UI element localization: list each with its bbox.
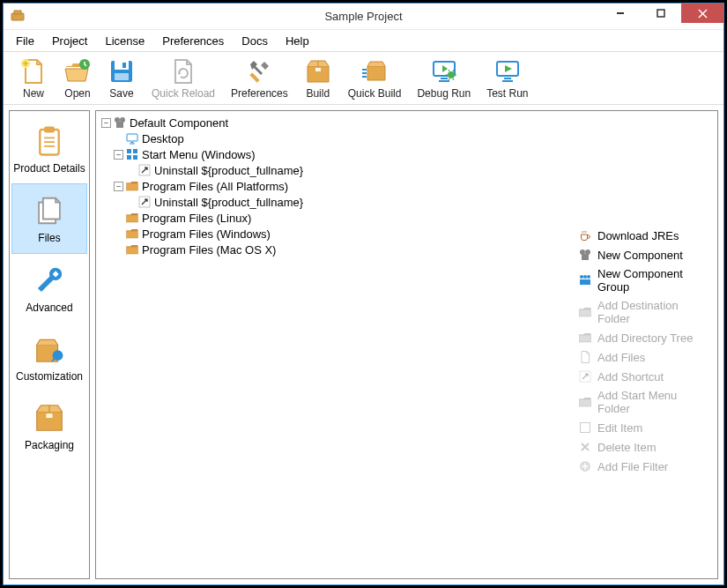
tree-label: Start Menu (Windows) (142, 148, 256, 161)
svg-rect-46 (580, 335, 591, 342)
toolbar-label: Open (64, 87, 90, 100)
menu-license[interactable]: License (98, 33, 152, 49)
svg-rect-44 (580, 279, 590, 285)
reload-icon (169, 57, 197, 86)
main-panel: −Default ComponentDesktop−Start Menu (Wi… (95, 110, 718, 579)
doc-gray-icon (578, 350, 592, 364)
sidebar-item-label: Files (38, 232, 60, 244)
svg-rect-9 (115, 61, 129, 70)
svg-rect-40 (582, 257, 589, 260)
tree-node[interactable]: −Start Menu (Windows) (101, 146, 568, 162)
action-label: Edit Item (597, 421, 642, 435)
action-label: Add Shortcut (597, 370, 664, 383)
sidebar-item-files[interactable]: Files (11, 183, 87, 254)
svg-rect-12 (250, 72, 260, 82)
action-label: Add File Filter (597, 460, 668, 473)
tree-expander-icon[interactable]: − (114, 182, 123, 191)
open-button[interactable]: Open (63, 57, 92, 100)
menu-help[interactable]: Help (278, 33, 316, 49)
action-label: Add Start Menu Folder (597, 389, 712, 415)
action-downloadjres[interactable]: Download JREs (573, 226, 717, 245)
files-icon (32, 193, 67, 228)
box-fast-icon (360, 57, 389, 86)
tree-label: Uninstall ${product_fullname} (154, 164, 303, 177)
tree-label: Program Files (Windows) (142, 227, 271, 241)
svg-rect-29 (133, 149, 137, 153)
titlebar: Sample Project (4, 4, 723, 30)
action-label: Add Files (597, 351, 645, 364)
file-tree[interactable]: −Default ComponentDesktop−Start Menu (Wi… (96, 111, 573, 578)
menu-file[interactable]: File (9, 33, 41, 49)
svg-rect-48 (580, 399, 591, 406)
toolbar-label: Preferences (231, 87, 288, 100)
save-button[interactable]: Save (108, 57, 136, 100)
new-button[interactable]: New (19, 57, 48, 100)
svg-rect-31 (133, 155, 137, 160)
component-group-icon (578, 273, 592, 287)
folder-icon (125, 227, 139, 241)
testrun-button[interactable]: Test Run (486, 57, 528, 100)
action-label: New Component Group (597, 267, 712, 294)
coffee-icon (578, 228, 592, 242)
tree-node[interactable]: −Program Files (All Platforms) (101, 178, 568, 194)
wrench-cross-icon (245, 57, 273, 86)
tree-node[interactable]: Program Files (Linux) (101, 210, 568, 226)
delete-gray-icon (578, 440, 592, 454)
tree-node[interactable]: Program Files (Mac OS X) (101, 242, 568, 257)
toolbar-label: Build (306, 87, 330, 100)
action-adddirtree: Add Directory Tree (573, 328, 717, 347)
action-label: Add Destination Folder (597, 299, 712, 325)
app-window: Sample Project FileProjectLicensePrefere… (3, 3, 724, 585)
action-label: Download JREs (597, 229, 679, 242)
toolbar-label: Quick Reload (152, 87, 215, 100)
svg-rect-11 (115, 73, 129, 80)
svg-rect-25 (116, 125, 123, 128)
svg-rect-26 (127, 134, 137, 141)
sidebar-item-customization[interactable]: Customization (11, 323, 87, 391)
edit-gray-icon (578, 421, 592, 435)
debugrun-button[interactable]: Debug Run (417, 57, 471, 100)
preferences-button[interactable]: Preferences (231, 57, 288, 100)
box-icon (304, 57, 332, 86)
shortcut-gray-icon (578, 369, 592, 383)
menu-docs[interactable]: Docs (234, 33, 275, 49)
box-wrench-icon (32, 331, 67, 367)
sidebar-item-packaging[interactable]: Packaging (11, 391, 87, 460)
action-addstartmenufolder: Add Start Menu Folder (573, 386, 717, 418)
action-edititem: Edit Item (573, 418, 717, 437)
svg-rect-28 (127, 149, 131, 153)
tree-node[interactable]: Uninstall ${product_fullname} (101, 162, 568, 178)
menu-preferences[interactable]: Preferences (155, 33, 231, 49)
svg-rect-20 (44, 126, 55, 132)
sidebar-item-productdetails[interactable]: Product Details (11, 115, 87, 183)
menu-project[interactable]: Project (45, 33, 94, 49)
sidebar-item-label: Customization (16, 370, 83, 383)
action-label: Add Directory Tree (597, 331, 693, 345)
sidebar-item-advanced[interactable]: Advanced (11, 254, 87, 323)
plus-gray-icon (578, 459, 592, 473)
svg-point-43 (587, 275, 590, 279)
action-panel: Download JREsNew ComponentNew Component … (573, 111, 717, 578)
tree-node[interactable]: −Default Component (101, 115, 568, 130)
quickbuild-button[interactable]: Quick Build (348, 57, 402, 100)
svg-rect-15 (441, 78, 448, 79)
action-label: Delete Item (597, 441, 656, 454)
action-newcomponentgroup[interactable]: New Component Group (573, 264, 717, 296)
tree-expander-icon[interactable]: − (101, 118, 111, 128)
tree-node[interactable]: Program Files (Windows) (101, 226, 568, 242)
tree-node[interactable]: Uninstall ${product_fullname} (101, 194, 568, 210)
minimize-button[interactable] (600, 4, 641, 23)
maximize-button[interactable] (641, 4, 681, 23)
shortcut-icon (137, 163, 152, 177)
action-newcomponent[interactable]: New Component (573, 245, 717, 264)
close-button[interactable] (681, 4, 723, 23)
tree-node[interactable]: Desktop (101, 130, 568, 146)
action-addfilefilter: Add File Filter (573, 457, 717, 476)
build-button[interactable]: Build (304, 57, 332, 100)
tree-label: Program Files (Mac OS X) (142, 243, 276, 257)
svg-point-16 (448, 71, 455, 78)
folder-open-icon (63, 57, 92, 86)
tree-expander-icon[interactable]: − (114, 150, 123, 160)
toolbar-label: Quick Build (348, 87, 402, 100)
svg-point-42 (583, 275, 587, 279)
